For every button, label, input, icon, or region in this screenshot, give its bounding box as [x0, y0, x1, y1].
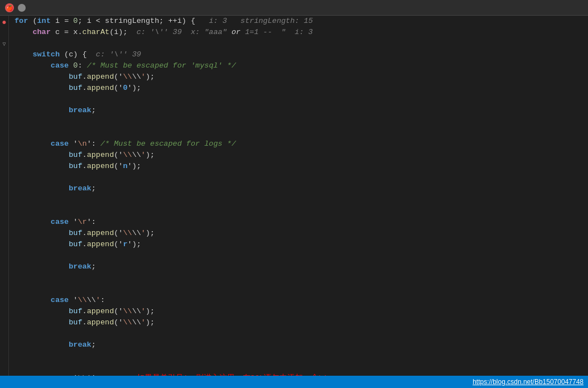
code-line-blank5 — [15, 172, 588, 183]
code-line-for: for (int i = 0; i < stringLength; ++i) {… — [15, 16, 588, 27]
fold-down-icon[interactable]: ▽ — [2, 39, 6, 50]
code-line-append7: buf.append('\\\\'); — [15, 306, 588, 317]
svg-text:🍎: 🍎 — [6, 4, 13, 12]
code-line-blank7 — [15, 205, 588, 217]
code-line-blank3 — [15, 116, 588, 127]
code-content: for (int i = 0; i < stringLength; ++i) {… — [9, 16, 588, 376]
code-line-case0: case 0: /* Must be escaped for 'mysql' *… — [15, 60, 588, 71]
code-line-append8: buf.append('\\\\'); — [15, 317, 588, 328]
status-bar: https://blog.csdn.net/Bb15070047748 — [0, 376, 588, 388]
editor-wrapper: ● ▽ for (int i = 0; i < stringLength; ++… — [0, 16, 588, 376]
code-line-case-n: case '\n': /* Must be escaped for logs *… — [15, 138, 588, 150]
code-line-blank12 — [15, 351, 588, 362]
csdn-url[interactable]: https://blog.csdn.net/Bb15070047748 — [473, 378, 584, 386]
code-line-break3: break; — [15, 261, 588, 272]
code-line-blank11 — [15, 328, 588, 339]
code-line-blank6 — [15, 194, 588, 205]
code-line-blank9 — [15, 272, 588, 284]
code-line-case-r: case '\r': — [15, 217, 588, 228]
code-line-append5: buf.append('\\\\'); — [15, 228, 588, 239]
code-line-append3: buf.append('\\\\'); — [15, 150, 588, 161]
app-logo: 🍎 — [4, 3, 15, 13]
code-line-append4: buf.append('n'); — [15, 161, 588, 172]
window-btn-1[interactable] — [18, 4, 26, 12]
top-bar: 🍎 — [0, 0, 588, 16]
left-margin: ● ▽ — [0, 16, 9, 376]
code-line-break1: break; — [15, 105, 588, 116]
code-line-switch: switch (c) { c: '\'' 39 — [15, 49, 588, 60]
code-line-break2: break; — [15, 183, 588, 194]
code-line-blank10 — [15, 284, 588, 295]
code-line-append1: buf.append('\\\\'); — [15, 71, 588, 83]
code-line-blank8 — [15, 250, 588, 261]
bookmark-icon: ● — [2, 17, 6, 28]
code-line-char: char c = x.charAt(i); c: '\'' 39 x: "aaa… — [15, 27, 588, 38]
code-line-break4: break; — [15, 339, 588, 351]
code-line-append6: buf.append('r'); — [15, 239, 588, 250]
code-line-blank4 — [15, 127, 588, 138]
code-line-case-bs: case '\\\\': — [15, 295, 588, 306]
code-line-blank2 — [15, 94, 588, 105]
code-line-blank13 — [15, 362, 588, 373]
code-line-append2: buf.append('0'); — [15, 83, 588, 94]
code-line-blank1 — [15, 38, 588, 49]
